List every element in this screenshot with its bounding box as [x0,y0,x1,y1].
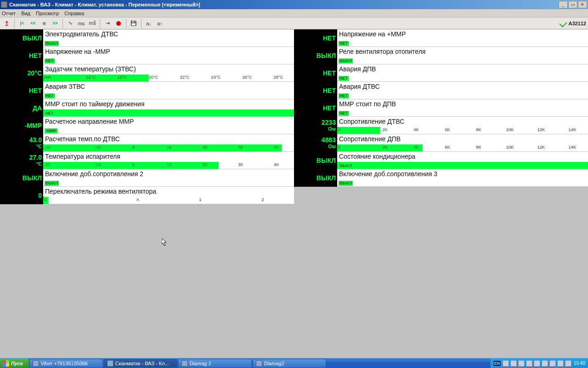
parameter-row[interactable]: ДАММР стоит по таймеру движенияНЕТ [0,99,294,117]
bar-tick: 0 [337,127,369,134]
tray-icon[interactable] [549,360,556,367]
parameter-row[interactable]: -ММРРасчетное направление ММР-ММР [0,117,294,134]
column-right: НЕТНапряжение на +ММРНЕТВЫКЛРеле вентиля… [294,29,588,204]
bar-tick: 12K [526,127,557,134]
toolbar-record-button[interactable] [113,18,124,29]
parameter-row[interactable]: НЕТАвария ДТВСНЕТ [294,82,588,99]
separator [126,19,126,28]
close-button[interactable]: ✕ [578,1,587,8]
parameter-label: Напряжение на +ММР [339,30,586,38]
parameter-value: 20°C [28,70,42,76]
bar-tick: А [107,197,169,204]
parameter-value: ВЫКЛ [317,175,336,181]
bar-gauge: -20-10010203040 [43,144,294,151]
tray-icon[interactable] [534,360,540,367]
bar-gauge: 02K4K6K8K10K12K14K [337,127,588,134]
menu-report[interactable]: Отчет [2,11,16,16]
parameter-row[interactable]: ВЫКЛСостояние кондиционераВЫКЛ [294,152,588,169]
bar-gauge [337,162,588,169]
maximize-button[interactable]: ▭ [568,1,577,8]
parameter-row[interactable]: НЕТММР стоит по ДПВНЕТ [294,99,588,117]
parameter-value: ВЫКЛ [317,157,336,164]
bar-tick: 4K [401,144,432,151]
parameter-row[interactable]: 4883ОмСопротивление ДПВ02K4K6K8K10K12K14… [294,134,588,152]
parameter-row[interactable]: НЕТАвария ДПВНЕТ [294,64,588,82]
menu-browse[interactable]: Просмотр [36,11,59,16]
bar-tick: 20 [187,144,223,151]
status-badge: ВЫКЛ [45,181,59,186]
parameter-value: 2233 [322,119,336,126]
tray-icon[interactable] [565,360,571,367]
tray-icon[interactable] [518,360,525,367]
taskbar-item-label: Сканматик - ВАЗ - Кл... [115,361,169,366]
parameter-row[interactable]: НЕТНапряжение на -ММРНЕТ [0,47,294,64]
ok-icon [560,19,567,27]
tray-icon[interactable] [510,360,517,367]
label-cell: Состояние кондиционераВЫКЛ [337,152,588,169]
parameter-row[interactable]: ВЫКЛРеле вентилятора отопителяВЫКЛ [294,47,588,64]
parameter-row[interactable]: НЕТНапряжение на +ММРНЕТ [294,29,588,47]
taskbar-item[interactable]: Viber +79136105066 [29,359,103,368]
tray-icon[interactable] [503,360,509,367]
parameter-row[interactable]: ВЫКЛВключение доб.сопротивления 2ВЫКЛ [0,169,294,187]
status-badge: -ММР [45,128,57,133]
parameter-row[interactable]: 20°CЗадатчик температуры (ЗТВС)min16°C18… [0,64,294,82]
taskbar-item[interactable]: Diamag 2 [178,359,252,368]
parameter-row[interactable]: НЕТАвария ЗТВСНЕТ [0,82,294,99]
app-icon [33,360,39,367]
menu-view[interactable]: Вид [21,11,30,16]
toolbar-mswave-button[interactable]: ms̃ [87,18,97,29]
parameter-row[interactable]: 2233ОмСопротивление ДТВС02K4K6K8K10K12K1… [294,117,588,134]
toolbar-prev-button[interactable]: << [28,18,38,29]
parameter-label: Сопротивление ДТВС [339,118,586,125]
toolbar-stop-button[interactable]: ■ [39,18,49,29]
toolbar-next-button[interactable]: >> [50,18,60,29]
tray-icon[interactable] [526,360,532,367]
toolbar-pin-button[interactable]: ⇥ [102,18,113,29]
minimize-button[interactable]: _ [559,1,568,8]
tray-icon[interactable] [557,360,564,367]
toolbar-wave-button[interactable]: ∿ [65,18,75,29]
start-button[interactable]: Пуск [0,358,29,368]
parameter-row[interactable]: ВЫКЛЭлектродвигатель ДТВСВЫКЛ [0,29,294,47]
parameter-row[interactable]: ВЫКЛВключение доб.сопротивления 3ВЫКЛ [294,169,588,187]
taskbar-item[interactable]: Сканматик - ВАЗ - Кл... [104,359,177,368]
bar-tick: 1 [169,197,232,204]
bar-gauge: 0А12 [43,197,294,204]
parameter-value: -ММР [25,122,42,129]
taskbar-item[interactable]: Diamag2 [253,359,326,368]
toolbar-up-button[interactable]: ↥ [2,18,12,29]
clock[interactable]: 15:40 [573,361,586,366]
bar-ticks: 02K4K6K8K10K12K14K [337,127,588,134]
value-cell: -ММР [0,117,43,134]
value-cell: ДА [0,99,43,117]
bar-tick: 2K [369,127,401,134]
taskbar-items: Viber +79136105066Сканматик - ВАЗ - Кл..… [29,359,327,368]
status-badge: ВЫКЛ [45,41,59,46]
label-cell: Температура испарителя-20-10010203040 [43,152,294,169]
parameter-label: Авария ЗТВС [45,83,292,90]
parameter-row[interactable]: 27.0°CТемпература испарителя-20-10010203… [0,152,294,169]
toolbar-first-button[interactable]: |< [17,18,27,29]
parameter-row[interactable]: 0Переключатель режима вентилятора0А12 [0,187,294,204]
status-badge: НЕТ [45,58,55,63]
bar-tick: 0 [337,144,369,151]
parameter-row[interactable]: 43.0°CРасчетная темп.по ДТВС-20-10010203… [0,134,294,152]
parameter-value: НЕТ [323,105,336,111]
parameter-value: 43.0 [29,137,42,143]
toolbar-ms-button[interactable]: ms [76,18,86,29]
language-indicator[interactable]: EN [493,360,501,367]
toolbar-sort-asc-button[interactable]: a↓ [144,18,154,29]
bar-gauge: -20-10010203040 [43,162,294,169]
tray-icon[interactable] [542,360,548,367]
value-cell: 2233Ом [294,117,337,134]
parameter-label: Состояние кондиционера [339,153,586,160]
toolbar-sort-desc-button[interactable]: a↑ [155,18,165,29]
menu-help[interactable]: Справка [64,11,84,16]
window-titlebar: Сканматик - ВАЗ - Климат - Климат. устан… [0,0,588,9]
taskbar-item-label: Viber +79136105066 [41,361,88,366]
parameter-label: Температура испарителя [45,153,292,160]
sort-desc-icon: a↑ [157,21,163,26]
toolbar-save-button[interactable]: 💾 [129,18,139,29]
value-cell: 4883Ом [294,134,337,152]
